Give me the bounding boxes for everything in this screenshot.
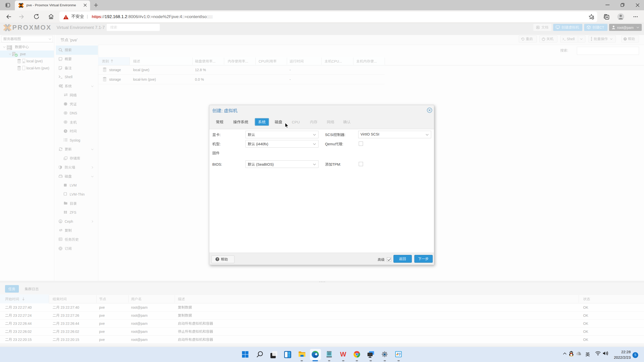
svg-text::: : [220,133,221,137]
svg-text:23 22:27:40: 23 22:27:40 [60,305,79,309]
svg-text:Qemu: Qemu [325,142,335,146]
svg-text:SCSI: SCSI [325,133,334,137]
svg-text:'pve': 'pve' [68,38,77,42]
svg-text::: : [567,49,568,53]
svg-text:TPM:: TPM: [332,162,341,166]
svg-text:?: ? [217,258,218,261]
svg-text:23 22:26:02: 23 22:26:02 [60,330,79,334]
svg-text:23 22:27:40: 23 22:27:40 [12,305,32,309]
svg-text:23 22:26:44: 23 22:26:44 [12,322,32,326]
svg-text:...: ... [213,59,216,63]
svg-text:CPU: CPU [259,59,266,63]
svg-text:W: W [340,351,346,357]
svg-text:23 22:20:15: 23 22:20:15 [12,338,32,342]
svg-text:(SeaBIOS): (SeaBIOS) [255,162,274,166]
svg-text:CT: CT [599,25,604,29]
svg-text::: : [221,108,224,113]
svg-text:23 22:26:02: 23 22:26:02 [12,330,32,334]
svg-text:23 22:27:24: 23 22:27:24 [12,313,32,318]
svg-text:BIOS:: BIOS: [212,162,222,166]
svg-text::: : [344,133,345,137]
svg-text:...: ... [245,59,248,63]
svg-text:(i440fx): (i440fx) [255,142,268,146]
svg-text::: : [220,142,221,146]
svg-text::: : [342,142,343,146]
svg-text:23 22:27:26: 23 22:27:26 [60,313,79,318]
svg-text:CPU...: CPU... [332,59,342,63]
svg-text:...: ... [374,59,377,63]
svg-text:CPU: CPU [292,120,300,124]
svg-text:23 22:26:44: 23 22:26:44 [60,322,79,326]
svg-text:?: ? [624,37,626,40]
svg-text:23 22:20:15: 23 22:20:15 [60,338,79,342]
